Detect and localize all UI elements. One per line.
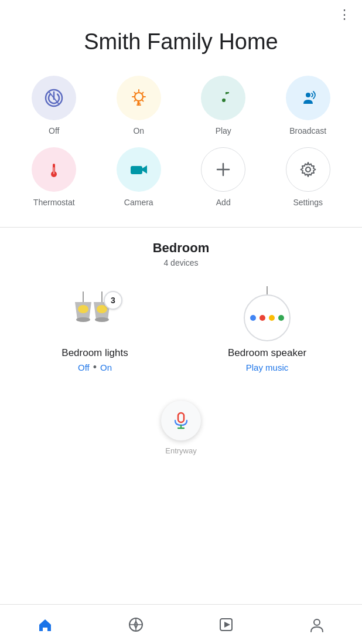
status-on-label[interactable]: On bbox=[100, 362, 112, 372]
svg-point-28 bbox=[78, 305, 88, 313]
bottom-nav bbox=[0, 604, 362, 644]
svg-marker-21 bbox=[142, 165, 147, 174]
action-circle-play bbox=[201, 76, 245, 120]
settings-icon bbox=[298, 159, 319, 180]
action-label-play: Play bbox=[216, 126, 231, 135]
svg-point-42 bbox=[314, 619, 320, 625]
section-divider bbox=[0, 227, 362, 228]
entryway-label: Entryway bbox=[0, 446, 362, 459]
bedroom-speaker-status: Play music bbox=[246, 362, 289, 372]
action-label-broadcast: Broadcast bbox=[289, 126, 326, 135]
svg-point-16 bbox=[306, 93, 310, 97]
svg-rect-19 bbox=[53, 167, 54, 174]
action-label-add: Add bbox=[216, 198, 231, 207]
room-title: Bedroom bbox=[12, 240, 350, 256]
play-icon bbox=[213, 87, 234, 109]
svg-rect-33 bbox=[178, 413, 184, 422]
speaker-dots bbox=[250, 315, 284, 321]
action-item-on[interactable]: On bbox=[97, 70, 182, 141]
action-circle-add bbox=[201, 147, 245, 192]
mic-fab-button[interactable] bbox=[161, 401, 201, 440]
bedroom-lights-icon-wrap: 3 bbox=[63, 289, 127, 341]
action-label-on: On bbox=[133, 126, 144, 135]
action-label-camera: Camera bbox=[124, 198, 153, 207]
action-circle-on bbox=[117, 76, 161, 120]
action-item-camera[interactable]: Camera bbox=[97, 141, 182, 213]
action-circle-thermostat bbox=[32, 147, 76, 192]
action-item-off[interactable]: Off bbox=[12, 70, 97, 141]
action-label-off: Off bbox=[49, 126, 59, 135]
dot-green bbox=[278, 315, 284, 321]
on-icon bbox=[128, 87, 149, 109]
svg-point-15 bbox=[223, 99, 226, 102]
account-icon bbox=[309, 616, 325, 633]
action-circle-settings bbox=[286, 147, 330, 192]
status-dot: • bbox=[93, 364, 97, 371]
action-item-settings[interactable]: Settings bbox=[266, 141, 351, 213]
action-item-play[interactable]: Play bbox=[181, 70, 266, 141]
nav-media[interactable] bbox=[181, 605, 272, 644]
dot-blue bbox=[250, 315, 256, 321]
broadcast-icon bbox=[298, 87, 319, 109]
speaker-circle bbox=[244, 294, 291, 341]
mic-icon bbox=[171, 411, 191, 431]
speaker-wrap bbox=[244, 286, 291, 341]
more-options-icon[interactable]: ⋮ bbox=[338, 8, 351, 21]
action-item-broadcast[interactable]: Broadcast bbox=[266, 70, 351, 141]
device-card-bedroom-speaker[interactable]: Bedroom speaker Play music bbox=[184, 280, 350, 383]
explore-icon bbox=[128, 616, 144, 633]
svg-line-8 bbox=[134, 93, 135, 94]
bedroom-lights-status: Off • On bbox=[78, 362, 112, 372]
action-circle-camera bbox=[117, 147, 161, 192]
camera-icon bbox=[128, 159, 149, 180]
svg-marker-41 bbox=[224, 622, 230, 628]
status-off-label[interactable]: Off bbox=[78, 362, 90, 372]
action-circle-off bbox=[32, 76, 76, 120]
header: ⋮ bbox=[0, 0, 362, 21]
device-card-bedroom-lights[interactable]: 3 Bedroom lights Off • On bbox=[12, 280, 178, 383]
media-icon bbox=[218, 616, 234, 633]
off-icon bbox=[43, 87, 64, 109]
dot-red bbox=[259, 315, 265, 321]
svg-point-27 bbox=[76, 317, 90, 322]
home-title: Smith Family Home bbox=[0, 21, 362, 70]
svg-line-9 bbox=[142, 100, 143, 101]
svg-line-10 bbox=[142, 93, 143, 94]
action-label-thermostat: Thermostat bbox=[33, 198, 75, 207]
action-circle-broadcast bbox=[286, 76, 330, 120]
thermostat-icon bbox=[43, 159, 64, 180]
speaker-stem bbox=[267, 286, 268, 294]
action-label-settings: Settings bbox=[293, 198, 323, 207]
bedroom-lights-name: Bedroom lights bbox=[62, 347, 128, 359]
nav-account[interactable] bbox=[272, 605, 363, 644]
home-icon bbox=[37, 616, 53, 633]
svg-rect-20 bbox=[131, 166, 142, 174]
speaker-action-label[interactable]: Play music bbox=[246, 362, 289, 372]
action-item-thermostat[interactable]: Thermostat bbox=[12, 141, 97, 213]
lights-badge: 3 bbox=[104, 291, 122, 310]
bedroom-speaker-name: Bedroom speaker bbox=[228, 347, 306, 359]
svg-line-11 bbox=[134, 100, 135, 101]
dot-yellow bbox=[269, 315, 275, 321]
mic-fab-wrap bbox=[0, 401, 362, 440]
bedroom-speaker-icon-wrap bbox=[235, 289, 299, 341]
action-item-add[interactable]: Add bbox=[181, 141, 266, 213]
room-section: Bedroom 4 devices 3 bbox=[0, 240, 362, 383]
nav-explore[interactable] bbox=[91, 605, 182, 644]
add-icon bbox=[213, 159, 234, 180]
room-device-count: 4 devices bbox=[12, 258, 350, 267]
actions-grid: Off On bbox=[0, 70, 362, 225]
devices-row: 3 Bedroom lights Off • On bbox=[12, 280, 350, 383]
svg-point-31 bbox=[95, 317, 109, 322]
nav-home[interactable] bbox=[0, 605, 91, 644]
svg-point-24 bbox=[306, 167, 310, 172]
